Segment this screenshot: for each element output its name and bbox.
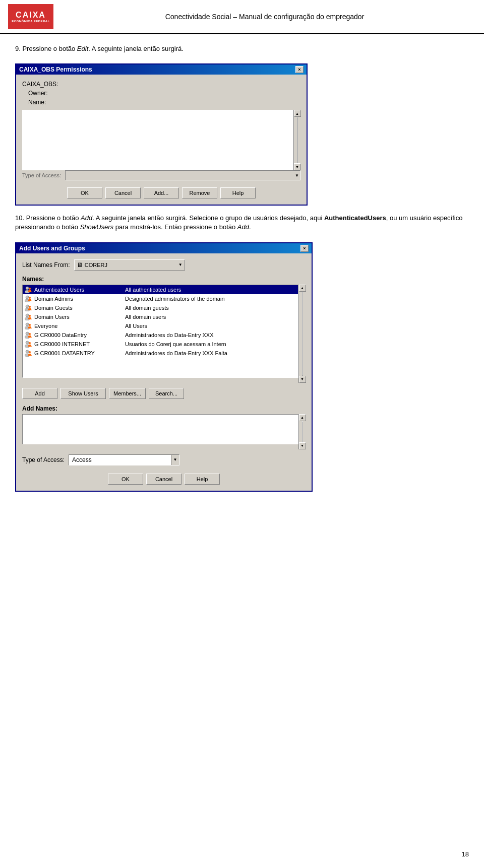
ok-button[interactable]: OK bbox=[67, 187, 102, 198]
close-button[interactable]: × bbox=[295, 66, 304, 73]
list-item-name: G CR0000 INTERNET bbox=[34, 341, 125, 347]
list-item-name: G CR0000 DataEntry bbox=[34, 332, 125, 338]
list-item[interactable]: Everyone All Users bbox=[23, 321, 298, 330]
add-button[interactable]: Add... bbox=[144, 187, 179, 198]
computer-icon: 🖥 bbox=[77, 261, 83, 269]
add-users-dialog: Add Users and Groups × List Names From: … bbox=[15, 242, 313, 492]
users-scrollbar[interactable]: ▲ ▼ bbox=[298, 285, 306, 383]
type-of-access-row2: Type of Access: Access ▼ bbox=[22, 454, 306, 465]
svg-point-23 bbox=[29, 351, 31, 353]
help-button[interactable]: Help bbox=[220, 187, 256, 198]
scroll-down-btn[interactable]: ▼ bbox=[299, 442, 306, 449]
type-of-access-dropdown2[interactable]: Access ▼ bbox=[69, 454, 179, 465]
step9-instruction: 9. Pressione o botão Edit. A seguinte ja… bbox=[15, 44, 469, 53]
list-item-name: Domain Admins bbox=[34, 296, 125, 302]
logo-caixa-text: CAIXA bbox=[16, 11, 46, 20]
scroll-thumb bbox=[302, 292, 303, 376]
add-names-label: Add Names: bbox=[22, 405, 306, 412]
add-users-close-button[interactable]: × bbox=[300, 245, 309, 252]
svg-point-17 bbox=[29, 333, 31, 335]
show-users-button[interactable]: Show Users bbox=[60, 388, 106, 399]
user-icon bbox=[24, 286, 32, 294]
add-names-listbox[interactable] bbox=[22, 414, 298, 444]
names-listbox[interactable] bbox=[22, 110, 293, 170]
scroll-up-btn[interactable]: ▲ bbox=[299, 285, 306, 292]
help-button[interactable]: Help bbox=[185, 474, 220, 485]
scroll-down-btn[interactable]: ▼ bbox=[294, 163, 301, 170]
from-dropdown-arrow: ▼ bbox=[178, 262, 183, 267]
step10-instruction: 10. Pressione o botão Add. A seguinte ja… bbox=[15, 214, 469, 232]
members-button[interactable]: Members... bbox=[109, 388, 146, 399]
list-item-desc: All Users bbox=[125, 323, 147, 329]
search-button[interactable]: Search... bbox=[149, 388, 184, 399]
list-item[interactable]: Domain Guests All domain guests bbox=[23, 303, 298, 312]
scroll-down-btn[interactable]: ▼ bbox=[299, 376, 306, 383]
type-of-access-label: Type of Access: bbox=[22, 172, 61, 178]
list-item-desc: Administradores do Data-Entry XXX Falta bbox=[125, 350, 227, 356]
logo-sub-text: ECONÔMICA FEDERAL bbox=[12, 20, 50, 23]
add-names-container: ▲ ▼ bbox=[22, 414, 306, 449]
list-item-name: G CR0001 DATAENTRY bbox=[34, 350, 125, 356]
users-list-container: Authenticated Users All authenticated us… bbox=[22, 285, 306, 383]
add-users-bottom-buttons: OK Cancel Help bbox=[22, 472, 306, 485]
scroll-up-btn[interactable]: ▲ bbox=[294, 110, 301, 117]
ok-button[interactable]: OK bbox=[108, 474, 143, 485]
list-item[interactable]: G CR0000 DataEntry Administradores do Da… bbox=[23, 330, 298, 340]
remove-button[interactable]: Remove bbox=[182, 187, 217, 198]
type-of-access-dropdown[interactable]: ▼ bbox=[65, 170, 300, 180]
list-item-name: Authenticated Users bbox=[34, 287, 125, 293]
page-header: CAIXA ECONÔMICA FEDERAL Conectividade So… bbox=[0, 0, 484, 34]
svg-point-2 bbox=[29, 288, 31, 290]
list-item[interactable]: Authenticated Users All authenticated us… bbox=[23, 285, 298, 294]
svg-point-15 bbox=[26, 332, 29, 335]
users-listbox[interactable]: Authenticated Users All authenticated us… bbox=[22, 285, 298, 378]
names-scrollbar[interactable]: ▲ ▼ bbox=[293, 110, 300, 170]
name-label: Name: bbox=[28, 99, 300, 106]
list-names-from-row: List Names From: 🖥 CORERJ ▼ bbox=[22, 259, 306, 271]
type-of-access-label2: Type of Access: bbox=[22, 456, 65, 463]
svg-point-20 bbox=[29, 342, 31, 344]
permissions-body: CAIXA_OBS: Owner: Name: ▲ ▼ bbox=[16, 75, 307, 205]
scroll-thumb bbox=[297, 117, 298, 163]
header-title: Conectividade Social – Manual de configu… bbox=[53, 13, 476, 21]
svg-point-6 bbox=[26, 305, 29, 308]
cancel-button[interactable]: Cancel bbox=[146, 474, 182, 485]
list-item-desc: Usuarios do Corerj que acessam a Intern bbox=[125, 341, 226, 347]
list-item-name: Domain Users bbox=[34, 314, 125, 320]
list-item[interactable]: G CR0000 INTERNET Usuarios do Corerj que… bbox=[23, 340, 298, 349]
type-dropdown-arrow: ▼ bbox=[295, 173, 299, 178]
user-icon bbox=[24, 304, 32, 312]
caixa-logo: CAIXA ECONÔMICA FEDERAL bbox=[8, 4, 53, 29]
names-listbox-container: ▲ ▼ bbox=[22, 110, 300, 170]
svg-point-5 bbox=[29, 297, 31, 299]
user-icon bbox=[24, 340, 32, 348]
owner-label: Owner: bbox=[28, 90, 300, 97]
list-names-from-label: List Names From: bbox=[22, 261, 70, 269]
type-of-access-value: Access bbox=[69, 456, 95, 463]
dropdown-arrow-icon: ▼ bbox=[171, 455, 179, 465]
cancel-button[interactable]: Cancel bbox=[105, 187, 141, 198]
add-names-scrollbar[interactable]: ▲ ▼ bbox=[298, 414, 306, 449]
list-item-name: Domain Guests bbox=[34, 305, 125, 311]
list-item-desc: All domain guests bbox=[125, 305, 169, 311]
permissions-buttons: OK Cancel Add... Remove Help bbox=[22, 185, 300, 198]
names-label: Names: bbox=[22, 276, 306, 283]
scroll-up-btn[interactable]: ▲ bbox=[299, 414, 306, 421]
list-names-from-dropdown[interactable]: 🖥 CORERJ ▼ bbox=[74, 259, 185, 271]
user-icon bbox=[24, 322, 32, 330]
svg-point-14 bbox=[29, 324, 31, 326]
svg-point-21 bbox=[26, 350, 29, 353]
list-item[interactable]: Domain Admins Designated administrators … bbox=[23, 294, 298, 303]
user-icon bbox=[24, 295, 32, 303]
add-names-button[interactable]: Add bbox=[22, 388, 57, 399]
add-users-dialog-wrapper: Add Users and Groups × List Names From: … bbox=[15, 242, 313, 492]
list-names-from-value: CORERJ bbox=[85, 262, 107, 268]
svg-point-18 bbox=[26, 341, 29, 344]
svg-point-9 bbox=[26, 314, 29, 317]
list-item-name: Everyone bbox=[34, 323, 125, 329]
list-item-desc: All authenticated users bbox=[125, 287, 181, 293]
permissions-title: CAIXA_OBS Permissions bbox=[19, 66, 92, 73]
list-item[interactable]: Domain Users All domain users bbox=[23, 312, 298, 321]
list-item[interactable]: G CR0001 DATAENTRY Administradores do Da… bbox=[23, 349, 298, 358]
list-item-desc: Administradores do Data-Entry XXX bbox=[125, 332, 213, 338]
